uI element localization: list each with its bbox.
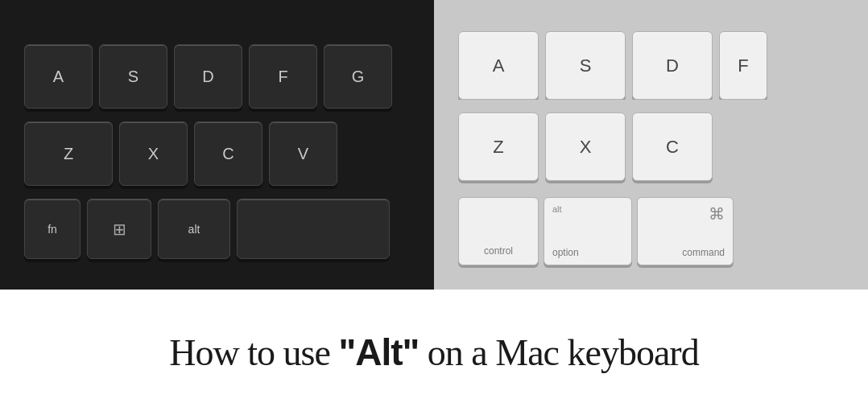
dark-row-1: A S D F G [24,44,426,109]
headline: How to use "Alt" on a Mac keyboard [169,331,698,374]
headline-prefix: How to use [169,332,338,373]
main-container: A S D F G Z X C V fn [0,0,868,415]
light-keyboard: A S D F Z X C control alt [434,0,868,290]
dark-key-x: X [119,121,188,186]
headline-highlight: "Alt" [338,331,419,373]
dark-key-alt: alt [158,199,230,259]
dark-key-z: Z [24,121,113,186]
dark-row-2: Z X C V [24,121,426,186]
dark-key-f: F [249,44,317,109]
dark-key-g: G [324,44,392,109]
light-key-f-partial: F [719,31,767,100]
dark-key-v: V [269,121,337,186]
dark-key-win: ⊞ [87,199,151,259]
dark-key-c: C [194,121,262,186]
headline-suffix: on a Mac keyboard [419,332,698,373]
light-key-a: A [458,31,539,100]
dark-key-a: A [24,44,93,109]
dark-key-space [237,199,390,259]
dark-key-d: D [174,44,242,109]
light-key-c: C [632,113,713,181]
light-key-control: control [458,197,539,265]
light-key-option: alt option [544,197,632,265]
dark-key-s: S [99,44,167,109]
light-row-2: Z X C [458,113,860,181]
light-row-1: A S D F [458,31,860,100]
light-key-x: X [545,113,626,181]
light-key-command: ⌘ command [637,197,734,265]
dark-row-3: fn ⊞ alt [24,199,426,259]
light-row-3: control alt option ⌘ command [458,197,860,265]
light-key-d: D [632,31,713,100]
keyboard-section: A S D F G Z X C V fn [0,0,868,290]
headline-section: How to use "Alt" on a Mac keyboard [0,290,868,415]
dark-keyboard: A S D F G Z X C V fn [0,0,434,290]
light-key-s: S [545,31,626,100]
dark-key-fn: fn [24,199,81,259]
light-key-z: Z [458,113,539,181]
